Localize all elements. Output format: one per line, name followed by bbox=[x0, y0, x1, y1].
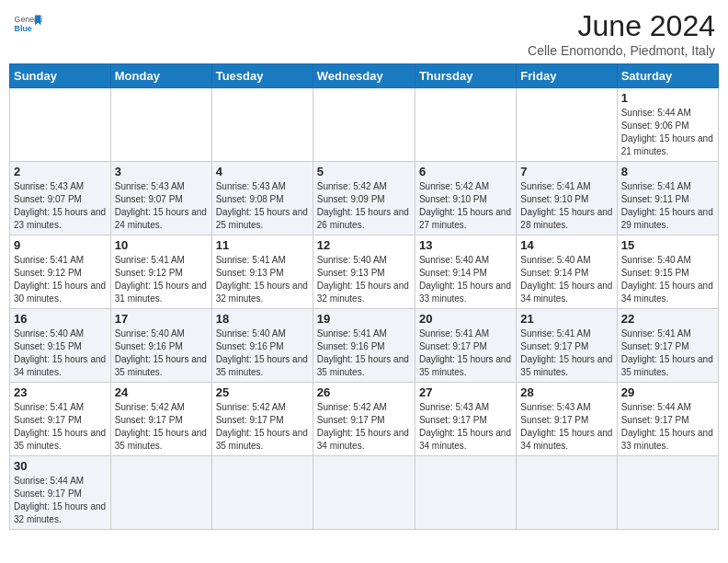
page-header: General Blue June 2024 Celle Enomondo, P… bbox=[9, 9, 719, 58]
day-info: Sunrise: 5:40 AM Sunset: 9:14 PM Dayligh… bbox=[520, 254, 612, 305]
weekday-header-row: Sunday Monday Tuesday Wednesday Thursday… bbox=[10, 64, 719, 88]
day-number: 18 bbox=[216, 312, 309, 326]
calendar-week-row: 1Sunrise: 5:44 AM Sunset: 9:06 PM Daylig… bbox=[10, 88, 719, 162]
day-info: Sunrise: 5:41 AM Sunset: 9:11 PM Dayligh… bbox=[621, 180, 714, 232]
calendar-week-row: 16Sunrise: 5:40 AM Sunset: 9:15 PM Dayli… bbox=[10, 309, 719, 383]
day-number: 11 bbox=[216, 238, 309, 252]
day-info: Sunrise: 5:40 AM Sunset: 9:14 PM Dayligh… bbox=[419, 254, 512, 305]
calendar-table: Sunday Monday Tuesday Wednesday Thursday… bbox=[9, 63, 719, 530]
calendar-week-row: 9Sunrise: 5:41 AM Sunset: 9:12 PM Daylig… bbox=[10, 236, 719, 309]
day-number: 21 bbox=[520, 312, 612, 326]
calendar-day-cell bbox=[415, 456, 516, 530]
calendar-day-cell: 12Sunrise: 5:40 AM Sunset: 9:13 PM Dayli… bbox=[313, 236, 415, 309]
day-number: 20 bbox=[419, 312, 512, 326]
day-number: 27 bbox=[419, 385, 512, 399]
calendar-day-cell bbox=[110, 88, 211, 162]
calendar-day-cell bbox=[415, 88, 516, 162]
day-number: 9 bbox=[14, 238, 107, 252]
logo: General Blue bbox=[13, 9, 42, 39]
day-info: Sunrise: 5:44 AM Sunset: 9:17 PM Dayligh… bbox=[621, 401, 714, 453]
calendar-day-cell bbox=[110, 456, 211, 530]
day-number: 24 bbox=[115, 385, 208, 399]
calendar-day-cell: 24Sunrise: 5:42 AM Sunset: 9:17 PM Dayli… bbox=[110, 383, 211, 456]
calendar-day-cell bbox=[517, 88, 617, 162]
calendar-day-cell: 10Sunrise: 5:41 AM Sunset: 9:12 PM Dayli… bbox=[110, 236, 211, 309]
day-number: 1 bbox=[621, 91, 714, 105]
calendar-day-cell bbox=[517, 456, 617, 530]
day-number: 13 bbox=[419, 238, 512, 252]
day-info: Sunrise: 5:41 AM Sunset: 9:12 PM Dayligh… bbox=[14, 254, 107, 305]
day-info: Sunrise: 5:41 AM Sunset: 9:12 PM Dayligh… bbox=[115, 254, 208, 305]
day-info: Sunrise: 5:43 AM Sunset: 9:08 PM Dayligh… bbox=[216, 180, 309, 232]
header-wednesday: Wednesday bbox=[313, 64, 415, 88]
day-info: Sunrise: 5:40 AM Sunset: 9:15 PM Dayligh… bbox=[14, 327, 107, 379]
day-number: 7 bbox=[520, 165, 612, 178]
calendar-day-cell: 29Sunrise: 5:44 AM Sunset: 9:17 PM Dayli… bbox=[617, 383, 718, 456]
day-number: 23 bbox=[14, 385, 107, 399]
header-friday: Friday bbox=[517, 64, 617, 88]
calendar-day-cell: 5Sunrise: 5:42 AM Sunset: 9:09 PM Daylig… bbox=[313, 162, 415, 236]
day-info: Sunrise: 5:41 AM Sunset: 9:17 PM Dayligh… bbox=[520, 327, 612, 379]
calendar-day-cell: 20Sunrise: 5:41 AM Sunset: 9:17 PM Dayli… bbox=[415, 309, 516, 383]
day-info: Sunrise: 5:43 AM Sunset: 9:17 PM Dayligh… bbox=[419, 401, 512, 453]
calendar-day-cell: 17Sunrise: 5:40 AM Sunset: 9:16 PM Dayli… bbox=[110, 309, 211, 383]
calendar-day-cell: 8Sunrise: 5:41 AM Sunset: 9:11 PM Daylig… bbox=[617, 162, 718, 236]
calendar-day-cell: 2Sunrise: 5:43 AM Sunset: 9:07 PM Daylig… bbox=[10, 162, 111, 236]
header-sunday: Sunday bbox=[10, 64, 111, 88]
day-info: Sunrise: 5:43 AM Sunset: 9:07 PM Dayligh… bbox=[14, 180, 107, 232]
day-info: Sunrise: 5:44 AM Sunset: 9:06 PM Dayligh… bbox=[621, 107, 714, 158]
day-number: 3 bbox=[115, 165, 208, 178]
day-number: 5 bbox=[317, 165, 411, 178]
day-number: 12 bbox=[317, 238, 411, 252]
day-number: 26 bbox=[317, 385, 411, 399]
header-saturday: Saturday bbox=[617, 64, 718, 88]
day-number: 14 bbox=[520, 238, 612, 252]
day-info: Sunrise: 5:40 AM Sunset: 9:16 PM Dayligh… bbox=[216, 327, 309, 379]
day-info: Sunrise: 5:42 AM Sunset: 9:17 PM Dayligh… bbox=[216, 401, 309, 453]
day-info: Sunrise: 5:40 AM Sunset: 9:13 PM Dayligh… bbox=[317, 254, 411, 305]
day-info: Sunrise: 5:44 AM Sunset: 9:17 PM Dayligh… bbox=[14, 475, 107, 526]
day-info: Sunrise: 5:40 AM Sunset: 9:16 PM Dayligh… bbox=[115, 327, 208, 379]
calendar-day-cell: 27Sunrise: 5:43 AM Sunset: 9:17 PM Dayli… bbox=[415, 383, 516, 456]
day-number: 8 bbox=[621, 165, 714, 178]
day-number: 29 bbox=[621, 385, 714, 399]
calendar-day-cell: 21Sunrise: 5:41 AM Sunset: 9:17 PM Dayli… bbox=[517, 309, 617, 383]
logo-icon: General Blue bbox=[13, 9, 42, 39]
calendar-day-cell: 15Sunrise: 5:40 AM Sunset: 9:15 PM Dayli… bbox=[617, 236, 718, 309]
day-number: 2 bbox=[14, 165, 107, 178]
day-number: 25 bbox=[216, 385, 309, 399]
day-info: Sunrise: 5:43 AM Sunset: 9:07 PM Dayligh… bbox=[115, 180, 208, 232]
calendar-day-cell: 14Sunrise: 5:40 AM Sunset: 9:14 PM Dayli… bbox=[517, 236, 617, 309]
day-number: 17 bbox=[115, 312, 208, 326]
calendar-day-cell: 18Sunrise: 5:40 AM Sunset: 9:16 PM Dayli… bbox=[211, 309, 313, 383]
calendar-day-cell: 13Sunrise: 5:40 AM Sunset: 9:14 PM Dayli… bbox=[415, 236, 516, 309]
header-thursday: Thursday bbox=[415, 64, 516, 88]
day-info: Sunrise: 5:41 AM Sunset: 9:16 PM Dayligh… bbox=[317, 327, 411, 379]
day-info: Sunrise: 5:41 AM Sunset: 9:17 PM Dayligh… bbox=[419, 327, 512, 379]
header-monday: Monday bbox=[110, 64, 211, 88]
calendar-day-cell: 7Sunrise: 5:41 AM Sunset: 9:10 PM Daylig… bbox=[517, 162, 617, 236]
day-number: 30 bbox=[14, 459, 107, 473]
day-number: 15 bbox=[621, 238, 714, 252]
calendar-day-cell bbox=[211, 88, 313, 162]
calendar-day-cell: 23Sunrise: 5:41 AM Sunset: 9:17 PM Dayli… bbox=[10, 383, 111, 456]
calendar-week-row: 2Sunrise: 5:43 AM Sunset: 9:07 PM Daylig… bbox=[10, 162, 719, 236]
day-info: Sunrise: 5:43 AM Sunset: 9:17 PM Dayligh… bbox=[520, 401, 612, 453]
calendar-day-cell: 26Sunrise: 5:42 AM Sunset: 9:17 PM Dayli… bbox=[313, 383, 415, 456]
day-number: 10 bbox=[115, 238, 208, 252]
calendar-day-cell: 6Sunrise: 5:42 AM Sunset: 9:10 PM Daylig… bbox=[415, 162, 516, 236]
calendar-day-cell bbox=[10, 88, 111, 162]
day-info: Sunrise: 5:41 AM Sunset: 9:10 PM Dayligh… bbox=[520, 180, 612, 232]
day-number: 28 bbox=[520, 385, 612, 399]
day-info: Sunrise: 5:42 AM Sunset: 9:17 PM Dayligh… bbox=[115, 401, 208, 453]
calendar-day-cell: 28Sunrise: 5:43 AM Sunset: 9:17 PM Dayli… bbox=[517, 383, 617, 456]
calendar-day-cell: 11Sunrise: 5:41 AM Sunset: 9:13 PM Dayli… bbox=[211, 236, 313, 309]
calendar-week-row: 23Sunrise: 5:41 AM Sunset: 9:17 PM Dayli… bbox=[10, 383, 719, 456]
calendar-day-cell: 1Sunrise: 5:44 AM Sunset: 9:06 PM Daylig… bbox=[617, 88, 718, 162]
day-info: Sunrise: 5:42 AM Sunset: 9:09 PM Dayligh… bbox=[317, 180, 411, 232]
calendar-day-cell bbox=[211, 456, 313, 530]
day-number: 16 bbox=[14, 312, 107, 326]
calendar-day-cell: 4Sunrise: 5:43 AM Sunset: 9:08 PM Daylig… bbox=[211, 162, 313, 236]
day-number: 6 bbox=[419, 165, 512, 178]
day-number: 22 bbox=[621, 312, 714, 326]
